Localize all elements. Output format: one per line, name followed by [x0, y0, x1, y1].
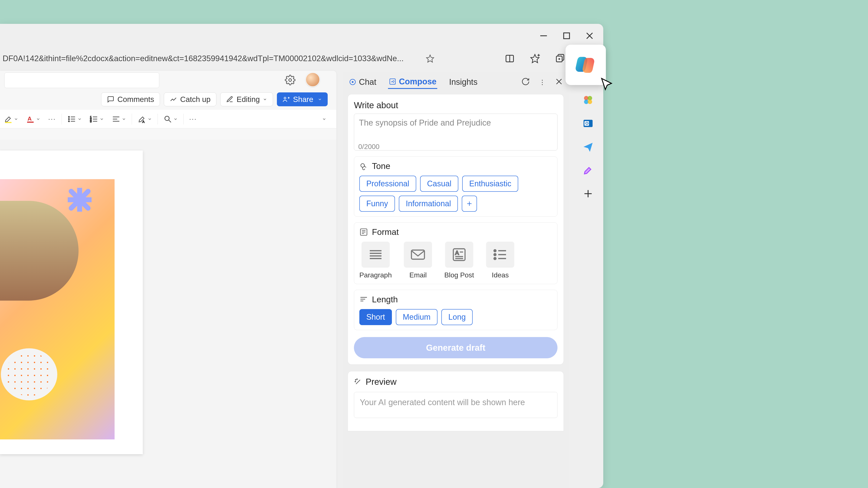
strip-icon-send[interactable] — [583, 141, 593, 152]
address-bar-row: DF0A!142&ithint=file%2cdocx&action=editn… — [0, 50, 590, 67]
font-color-button[interactable]: A — [22, 115, 44, 123]
format-blog-label: Blog Post — [444, 271, 474, 279]
format-paragraph[interactable]: Paragraph — [359, 241, 392, 279]
svg-text:A: A — [28, 115, 32, 122]
editing-button[interactable]: Editing — [220, 92, 273, 106]
settings-icon[interactable] — [285, 75, 296, 86]
svg-point-62 — [494, 258, 496, 260]
svg-rect-1 — [564, 33, 569, 39]
bullets-button[interactable] — [64, 115, 86, 123]
document-content-image — [0, 179, 115, 440]
strip-icon-add[interactable] — [583, 188, 593, 199]
format-icon — [359, 228, 368, 236]
svg-point-69 — [355, 379, 356, 380]
ribbon-collapse-icon[interactable] — [318, 117, 330, 121]
svg-line-37 — [169, 120, 171, 122]
svg-point-20 — [68, 116, 69, 117]
user-avatar[interactable] — [306, 72, 320, 87]
edge-sidebar-strip: O — [578, 71, 598, 199]
copilot-sidebar: Chat Compose Insights ⋮ Write about 0/20… — [343, 72, 568, 488]
split-screen-icon[interactable] — [505, 54, 515, 64]
editing-label: Editing — [237, 95, 260, 104]
tone-card: Tone Professional Casual Enthusiastic Fu… — [354, 156, 557, 217]
word-actions: Comments Catch up Editing Share — [101, 92, 328, 106]
svg-rect-54 — [411, 250, 425, 259]
sidebar-more-icon[interactable]: ⋮ — [539, 78, 546, 86]
tone-label: Tone — [372, 161, 391, 171]
ribbon-more-icon-2[interactable]: ··· — [185, 115, 201, 123]
close-sidebar-icon[interactable] — [555, 77, 563, 87]
share-label: Share — [293, 95, 313, 104]
format-paragraph-label: Paragraph — [359, 271, 392, 279]
word-search-input[interactable] — [4, 72, 159, 88]
generate-draft-button[interactable]: Generate draft — [354, 337, 557, 358]
length-chip-medium[interactable]: Medium — [396, 309, 437, 325]
word-app: Comments Catch up Editing Share A ··· 12… — [0, 71, 336, 488]
tab-insights-label: Insights — [449, 77, 477, 87]
tab-compose[interactable]: Compose — [388, 75, 437, 89]
length-chip-long[interactable]: Long — [441, 309, 473, 325]
share-button[interactable]: Share — [277, 92, 328, 106]
tone-chip-add[interactable] — [462, 196, 477, 212]
tone-chip-professional[interactable]: Professional — [359, 176, 416, 192]
comments-button[interactable]: Comments — [101, 92, 160, 106]
ribbon-divider — [132, 113, 132, 125]
minimize-button[interactable] — [538, 31, 549, 41]
catch-up-button[interactable]: Catch up — [164, 92, 216, 106]
find-button[interactable] — [159, 115, 182, 123]
svg-marker-4 — [426, 55, 434, 62]
comments-label: Comments — [117, 95, 154, 104]
favorite-star-icon[interactable] — [426, 54, 434, 63]
preview-icon — [354, 378, 362, 386]
strip-icon-m365[interactable] — [583, 95, 593, 105]
styles-button[interactable]: A — [134, 115, 156, 123]
format-card: Format Paragraph Email ABlog Post Ideas — [354, 222, 557, 284]
asterisk-decoration — [68, 188, 92, 212]
dotted-blob-decoration — [1, 348, 57, 400]
tone-chip-funny[interactable]: Funny — [359, 196, 395, 212]
svg-point-39 — [352, 82, 353, 83]
tab-compose-label: Compose — [399, 77, 436, 86]
collections-icon[interactable] — [555, 54, 565, 64]
svg-point-22 — [68, 121, 69, 122]
tone-chip-enthusiastic[interactable]: Enthusiastic — [462, 176, 518, 192]
tone-chip-informational[interactable]: Informational — [399, 196, 458, 212]
word-top: Comments Catch up Editing Share — [0, 71, 336, 101]
svg-point-60 — [494, 250, 496, 252]
highlight-color-button[interactable] — [0, 115, 22, 123]
maximize-button[interactable] — [562, 31, 571, 41]
svg-point-14 — [284, 97, 286, 99]
svg-rect-19 — [27, 122, 34, 123]
refresh-icon[interactable] — [521, 77, 530, 87]
format-ideas[interactable]: Ideas — [486, 241, 514, 279]
format-blog[interactable]: ABlog Post — [444, 241, 474, 279]
tab-insights[interactable]: Insights — [448, 76, 478, 89]
document-page[interactable] — [0, 151, 143, 454]
format-ideas-label: Ideas — [492, 271, 509, 279]
numbering-button[interactable]: 123 — [86, 115, 108, 123]
format-email[interactable]: Email — [404, 241, 432, 279]
close-window-button[interactable] — [585, 31, 595, 41]
svg-text:A: A — [455, 250, 459, 256]
favorites-icon[interactable] — [530, 54, 540, 64]
document-area — [0, 140, 336, 488]
strip-icon-designer[interactable] — [583, 165, 593, 176]
svg-point-36 — [165, 116, 169, 120]
align-button[interactable] — [108, 115, 130, 123]
svg-marker-7 — [531, 55, 539, 63]
svg-point-43 — [361, 164, 365, 167]
tab-chat[interactable]: Chat — [348, 76, 377, 89]
address-bar[interactable]: DF0A!142&ithint=file%2cdocx&action=editn… — [0, 51, 438, 66]
browser-window: DF0A!142&ithint=file%2cdocx&action=editn… — [0, 24, 603, 488]
length-card: Length Short Medium Long — [354, 290, 557, 330]
svg-point-75 — [588, 100, 592, 104]
format-label: Format — [372, 227, 399, 237]
ribbon-more-icon-1[interactable]: ··· — [44, 115, 60, 123]
length-chip-short[interactable]: Short — [359, 309, 392, 325]
length-icon — [359, 295, 368, 304]
svg-text:3: 3 — [90, 120, 91, 123]
strip-icon-outlook[interactable]: O — [583, 118, 593, 129]
tab-chat-label: Chat — [359, 77, 376, 87]
tone-chip-casual[interactable]: Casual — [420, 176, 458, 192]
svg-rect-17 — [5, 122, 11, 123]
